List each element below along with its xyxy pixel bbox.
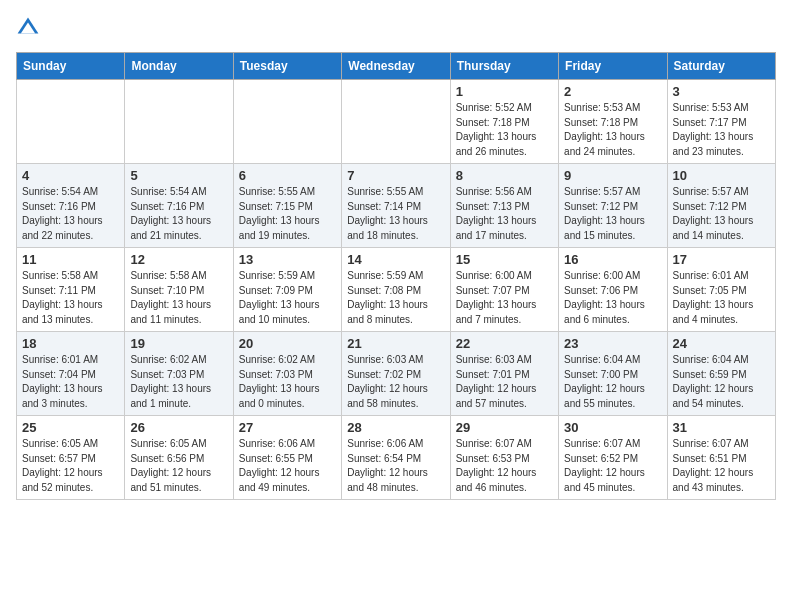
calendar-cell: 28Sunrise: 6:06 AMSunset: 6:54 PMDayligh… xyxy=(342,416,450,500)
day-number: 10 xyxy=(673,168,770,183)
page-header xyxy=(16,16,776,40)
day-number: 27 xyxy=(239,420,336,435)
calendar-week-row: 1Sunrise: 5:52 AMSunset: 7:18 PMDaylight… xyxy=(17,80,776,164)
calendar-cell: 4Sunrise: 5:54 AMSunset: 7:16 PMDaylight… xyxy=(17,164,125,248)
calendar-cell: 25Sunrise: 6:05 AMSunset: 6:57 PMDayligh… xyxy=(17,416,125,500)
weekday-header: Wednesday xyxy=(342,53,450,80)
day-info: Sunrise: 6:04 AMSunset: 6:59 PMDaylight:… xyxy=(673,353,770,411)
weekday-header: Sunday xyxy=(17,53,125,80)
calendar-cell: 30Sunrise: 6:07 AMSunset: 6:52 PMDayligh… xyxy=(559,416,667,500)
day-info: Sunrise: 6:03 AMSunset: 7:01 PMDaylight:… xyxy=(456,353,553,411)
day-number: 19 xyxy=(130,336,227,351)
day-info: Sunrise: 5:56 AMSunset: 7:13 PMDaylight:… xyxy=(456,185,553,243)
calendar-cell: 19Sunrise: 6:02 AMSunset: 7:03 PMDayligh… xyxy=(125,332,233,416)
day-info: Sunrise: 6:00 AMSunset: 7:07 PMDaylight:… xyxy=(456,269,553,327)
calendar-week-row: 4Sunrise: 5:54 AMSunset: 7:16 PMDaylight… xyxy=(17,164,776,248)
day-info: Sunrise: 6:07 AMSunset: 6:52 PMDaylight:… xyxy=(564,437,661,495)
calendar-cell: 7Sunrise: 5:55 AMSunset: 7:14 PMDaylight… xyxy=(342,164,450,248)
day-number: 16 xyxy=(564,252,661,267)
calendar-cell xyxy=(342,80,450,164)
calendar-cell: 23Sunrise: 6:04 AMSunset: 7:00 PMDayligh… xyxy=(559,332,667,416)
calendar-week-row: 11Sunrise: 5:58 AMSunset: 7:11 PMDayligh… xyxy=(17,248,776,332)
calendar-week-row: 18Sunrise: 6:01 AMSunset: 7:04 PMDayligh… xyxy=(17,332,776,416)
day-info: Sunrise: 5:54 AMSunset: 7:16 PMDaylight:… xyxy=(130,185,227,243)
day-number: 31 xyxy=(673,420,770,435)
day-info: Sunrise: 5:55 AMSunset: 7:14 PMDaylight:… xyxy=(347,185,444,243)
day-info: Sunrise: 5:53 AMSunset: 7:17 PMDaylight:… xyxy=(673,101,770,159)
day-info: Sunrise: 5:58 AMSunset: 7:11 PMDaylight:… xyxy=(22,269,119,327)
day-info: Sunrise: 5:57 AMSunset: 7:12 PMDaylight:… xyxy=(564,185,661,243)
calendar-cell: 27Sunrise: 6:06 AMSunset: 6:55 PMDayligh… xyxy=(233,416,341,500)
day-number: 8 xyxy=(456,168,553,183)
day-number: 29 xyxy=(456,420,553,435)
calendar-cell: 26Sunrise: 6:05 AMSunset: 6:56 PMDayligh… xyxy=(125,416,233,500)
day-number: 28 xyxy=(347,420,444,435)
calendar-cell: 13Sunrise: 5:59 AMSunset: 7:09 PMDayligh… xyxy=(233,248,341,332)
day-number: 18 xyxy=(22,336,119,351)
day-info: Sunrise: 5:55 AMSunset: 7:15 PMDaylight:… xyxy=(239,185,336,243)
calendar-cell: 16Sunrise: 6:00 AMSunset: 7:06 PMDayligh… xyxy=(559,248,667,332)
day-info: Sunrise: 5:57 AMSunset: 7:12 PMDaylight:… xyxy=(673,185,770,243)
day-info: Sunrise: 6:07 AMSunset: 6:51 PMDaylight:… xyxy=(673,437,770,495)
day-number: 2 xyxy=(564,84,661,99)
day-number: 20 xyxy=(239,336,336,351)
day-info: Sunrise: 6:06 AMSunset: 6:55 PMDaylight:… xyxy=(239,437,336,495)
day-number: 25 xyxy=(22,420,119,435)
calendar-cell: 29Sunrise: 6:07 AMSunset: 6:53 PMDayligh… xyxy=(450,416,558,500)
day-info: Sunrise: 6:03 AMSunset: 7:02 PMDaylight:… xyxy=(347,353,444,411)
calendar-cell: 17Sunrise: 6:01 AMSunset: 7:05 PMDayligh… xyxy=(667,248,775,332)
day-number: 21 xyxy=(347,336,444,351)
weekday-header: Tuesday xyxy=(233,53,341,80)
logo xyxy=(16,16,44,40)
day-number: 15 xyxy=(456,252,553,267)
logo-icon xyxy=(16,16,40,40)
day-number: 1 xyxy=(456,84,553,99)
day-info: Sunrise: 6:05 AMSunset: 6:57 PMDaylight:… xyxy=(22,437,119,495)
day-number: 7 xyxy=(347,168,444,183)
weekday-header: Monday xyxy=(125,53,233,80)
day-number: 30 xyxy=(564,420,661,435)
calendar-cell: 20Sunrise: 6:02 AMSunset: 7:03 PMDayligh… xyxy=(233,332,341,416)
day-number: 6 xyxy=(239,168,336,183)
day-info: Sunrise: 6:00 AMSunset: 7:06 PMDaylight:… xyxy=(564,269,661,327)
calendar-cell xyxy=(233,80,341,164)
day-number: 11 xyxy=(22,252,119,267)
day-info: Sunrise: 5:54 AMSunset: 7:16 PMDaylight:… xyxy=(22,185,119,243)
day-number: 9 xyxy=(564,168,661,183)
day-number: 13 xyxy=(239,252,336,267)
weekday-header: Friday xyxy=(559,53,667,80)
calendar-cell xyxy=(17,80,125,164)
calendar-week-row: 25Sunrise: 6:05 AMSunset: 6:57 PMDayligh… xyxy=(17,416,776,500)
day-info: Sunrise: 6:02 AMSunset: 7:03 PMDaylight:… xyxy=(130,353,227,411)
day-info: Sunrise: 6:01 AMSunset: 7:04 PMDaylight:… xyxy=(22,353,119,411)
calendar-cell: 11Sunrise: 5:58 AMSunset: 7:11 PMDayligh… xyxy=(17,248,125,332)
calendar-cell: 22Sunrise: 6:03 AMSunset: 7:01 PMDayligh… xyxy=(450,332,558,416)
day-number: 4 xyxy=(22,168,119,183)
day-number: 14 xyxy=(347,252,444,267)
day-number: 12 xyxy=(130,252,227,267)
calendar-cell: 14Sunrise: 5:59 AMSunset: 7:08 PMDayligh… xyxy=(342,248,450,332)
calendar-cell: 1Sunrise: 5:52 AMSunset: 7:18 PMDaylight… xyxy=(450,80,558,164)
calendar-cell: 6Sunrise: 5:55 AMSunset: 7:15 PMDaylight… xyxy=(233,164,341,248)
calendar-cell: 15Sunrise: 6:00 AMSunset: 7:07 PMDayligh… xyxy=(450,248,558,332)
calendar-cell: 21Sunrise: 6:03 AMSunset: 7:02 PMDayligh… xyxy=(342,332,450,416)
calendar-cell: 3Sunrise: 5:53 AMSunset: 7:17 PMDaylight… xyxy=(667,80,775,164)
day-info: Sunrise: 6:02 AMSunset: 7:03 PMDaylight:… xyxy=(239,353,336,411)
calendar-cell: 8Sunrise: 5:56 AMSunset: 7:13 PMDaylight… xyxy=(450,164,558,248)
day-number: 24 xyxy=(673,336,770,351)
day-number: 17 xyxy=(673,252,770,267)
day-info: Sunrise: 6:05 AMSunset: 6:56 PMDaylight:… xyxy=(130,437,227,495)
calendar-header-row: SundayMondayTuesdayWednesdayThursdayFrid… xyxy=(17,53,776,80)
calendar-cell: 24Sunrise: 6:04 AMSunset: 6:59 PMDayligh… xyxy=(667,332,775,416)
day-info: Sunrise: 5:53 AMSunset: 7:18 PMDaylight:… xyxy=(564,101,661,159)
day-number: 5 xyxy=(130,168,227,183)
day-info: Sunrise: 5:59 AMSunset: 7:08 PMDaylight:… xyxy=(347,269,444,327)
day-number: 26 xyxy=(130,420,227,435)
day-info: Sunrise: 6:01 AMSunset: 7:05 PMDaylight:… xyxy=(673,269,770,327)
calendar-table: SundayMondayTuesdayWednesdayThursdayFrid… xyxy=(16,52,776,500)
calendar-cell: 5Sunrise: 5:54 AMSunset: 7:16 PMDaylight… xyxy=(125,164,233,248)
day-number: 22 xyxy=(456,336,553,351)
weekday-header: Thursday xyxy=(450,53,558,80)
calendar-cell: 9Sunrise: 5:57 AMSunset: 7:12 PMDaylight… xyxy=(559,164,667,248)
calendar-cell: 2Sunrise: 5:53 AMSunset: 7:18 PMDaylight… xyxy=(559,80,667,164)
